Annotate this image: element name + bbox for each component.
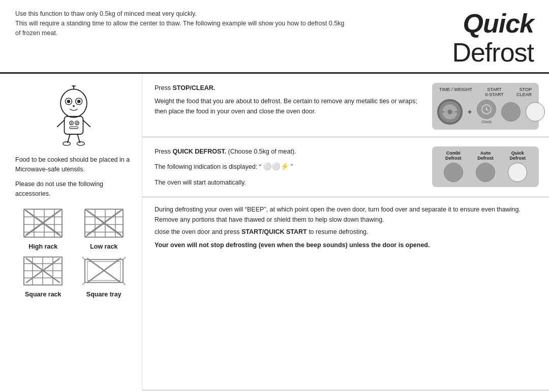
svg-point-0 xyxy=(60,89,87,117)
defrost-auto-label: Auto Defrost xyxy=(477,150,494,161)
panel1-buttons: + Clock xyxy=(437,99,534,125)
rack-item-low: Low rack xyxy=(76,205,132,250)
svg-line-60 xyxy=(123,257,126,260)
main-content: Food to be cooked should be placed in a … xyxy=(0,74,549,390)
defrost-labels: Combi Defrost Auto Defrost Quick Defrost xyxy=(437,150,534,161)
step3-section: During defrosting your oven will “BEEP”,… xyxy=(142,197,549,391)
step2-line1: Press QUICK DEFROST. (Choose 0.5kg of me… xyxy=(155,146,423,157)
header-line1: Use this function to thaw only 0.5kg of … xyxy=(15,9,344,19)
panel1-time-text: TIME / WEIGHT xyxy=(439,87,472,92)
header-description: Use this function to thaw only 0.5kg of … xyxy=(15,9,344,38)
defrost-auto-text1: Auto xyxy=(477,150,494,156)
header: Use this function to thaw only 0.5kg of … xyxy=(0,0,549,74)
mascot xyxy=(43,83,104,149)
defrost-auto-btn[interactable] xyxy=(476,163,495,182)
rack-grid: High rack xyxy=(15,205,132,298)
panel1-start-text: START xyxy=(485,87,504,92)
rack-item-tray: Square tray xyxy=(76,253,132,298)
svg-point-12 xyxy=(76,123,78,124)
rack-item-square: Square rack xyxy=(15,253,71,298)
svg-line-16 xyxy=(68,134,70,143)
step1-press: Press xyxy=(155,84,172,92)
panel1-clear-text: CLEAR xyxy=(516,92,532,97)
svg-point-10 xyxy=(71,123,72,124)
rack-label-tray: Square tray xyxy=(86,291,121,298)
svg-line-59 xyxy=(82,257,85,260)
svg-point-18 xyxy=(63,142,70,145)
step2-line2: The following indication is displayed: “… xyxy=(155,161,423,172)
svg-rect-13 xyxy=(69,127,78,129)
panel1-stop-group xyxy=(526,102,545,122)
header-line3: of frozen meat. xyxy=(15,28,344,38)
square-rack-icon xyxy=(21,253,65,289)
step1-body: Weight the food that you are about to de… xyxy=(155,96,423,116)
defrost-combi-label: Combi Defrost xyxy=(445,150,462,161)
panel1-clock-label: Clock xyxy=(481,119,492,124)
knob-icon xyxy=(438,99,462,125)
clock-icon xyxy=(481,104,492,115)
svg-point-5 xyxy=(67,100,70,103)
defrost-combi-text2: Defrost xyxy=(445,156,462,161)
step3-line2-pre: close the oven door and press xyxy=(155,228,241,235)
control-panel-1: TIME / WEIGHT START 0-START STOP CLEAR xyxy=(432,83,539,130)
step3-line3: Your oven will not stop defrosting (even… xyxy=(155,240,537,250)
left-para1: Food to be cooked should be placed in a … xyxy=(15,155,132,174)
left-para2: Please do not use the following accessor… xyxy=(15,179,132,199)
svg-line-15 xyxy=(83,120,90,127)
panel1-start-label: START 0-START xyxy=(485,87,504,97)
step1-bold: STOP/CLEAR. xyxy=(172,84,215,92)
defrost-quick-text1: Quick xyxy=(510,150,526,156)
step3-line1: During defrosting your oven will “BEEP”,… xyxy=(155,204,537,225)
high-rack-icon xyxy=(21,205,65,241)
step3-line2-bold: START/QUICK START xyxy=(241,228,307,235)
mascot-icon xyxy=(46,85,102,146)
step1-section: Press STOP/CLEAR. Weight the food that y… xyxy=(142,74,549,137)
panel1-labels: TIME / WEIGHT START 0-START STOP CLEAR xyxy=(437,87,534,97)
step2-post: (Choose 0.5kg of meat). xyxy=(226,148,296,155)
step1-instruction: Press STOP/CLEAR. xyxy=(155,83,423,93)
step2-display-symbol: ⚪⚪⚡ xyxy=(263,162,289,170)
step1-text: Press STOP/CLEAR. Weight the food that y… xyxy=(155,83,423,118)
title-quick: Quick xyxy=(452,9,534,38)
panel1-0start-text: 0-START xyxy=(485,92,504,97)
low-rack-icon xyxy=(82,205,126,241)
step2-line3: The oven will start automatically. xyxy=(155,177,423,188)
rack-label-high: High rack xyxy=(28,243,57,250)
panel1-stop-text: STOP xyxy=(516,87,532,92)
svg-point-6 xyxy=(77,100,80,103)
step2-display-post: ” xyxy=(289,163,293,170)
defrost-combi-text1: Combi xyxy=(445,150,462,156)
right-column: Press STOP/CLEAR. Weight the food that y… xyxy=(142,74,549,390)
step2-text: Press QUICK DEFROST. (Choose 0.5kg of me… xyxy=(155,146,423,189)
svg-rect-8 xyxy=(64,116,83,134)
panel1-time-label: TIME / WEIGHT xyxy=(439,87,472,97)
rack-label-square: Square rack xyxy=(25,291,62,298)
svg-point-73 xyxy=(486,109,487,110)
svg-point-19 xyxy=(77,142,84,145)
defrost-quick-btn[interactable] xyxy=(508,163,527,182)
rack-label-low: Low rack xyxy=(90,243,117,250)
defrost-combi-btn[interactable] xyxy=(444,163,463,182)
svg-line-62 xyxy=(123,283,126,285)
panel1-stop-label: STOP CLEAR xyxy=(516,87,532,97)
svg-line-61 xyxy=(82,283,85,285)
panel1-knob xyxy=(437,99,463,125)
step3-line2: close the oven door and press START/QUIC… xyxy=(155,227,537,237)
page-title: Quick Defrost xyxy=(452,9,534,67)
plus-icon: + xyxy=(468,108,472,116)
step2-section: Press QUICK DEFROST. (Choose 0.5kg of me… xyxy=(142,137,549,197)
panel1-start-btn[interactable] xyxy=(501,102,521,122)
panel1-clock-group: Clock xyxy=(477,100,496,124)
header-line2: This will require a standing time to all… xyxy=(15,19,344,28)
left-column: Food to be cooked should be placed in a … xyxy=(0,74,142,390)
defrost-buttons xyxy=(437,163,534,182)
defrost-quick-label: Quick Defrost xyxy=(510,150,526,161)
svg-point-69 xyxy=(447,110,452,114)
rack-item-high: High rack xyxy=(15,205,71,250)
defrost-quick-text2: Defrost xyxy=(510,156,526,161)
panel1-clock-btn[interactable] xyxy=(477,100,496,119)
step2-press: Press xyxy=(155,148,172,155)
panel1-stop-btn[interactable] xyxy=(526,102,545,122)
defrost-auto-text2: Defrost xyxy=(477,156,494,161)
defrost-panel: Combi Defrost Auto Defrost Quick Defrost xyxy=(432,146,539,187)
